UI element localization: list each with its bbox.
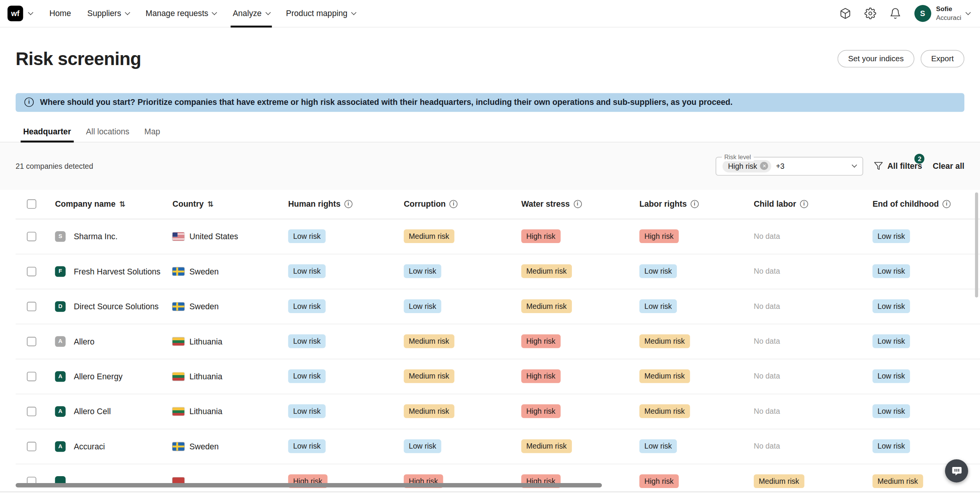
worldfavor-logo[interactable]: wf	[8, 6, 23, 21]
filter-count-badge: 2	[915, 154, 924, 164]
risk-cell: Low risk	[284, 335, 400, 348]
risk-cell: Medium risk	[400, 405, 518, 418]
risk-cell: Medium risk	[518, 439, 636, 453]
all-filters-button[interactable]: All filters 2	[874, 162, 922, 171]
risk-level-select[interactable]: Risk level High risk +3	[715, 157, 863, 176]
info-icon[interactable]	[344, 200, 352, 208]
company-name[interactable]: Sharma Inc.	[74, 232, 118, 241]
nav-item-home[interactable]: Home	[41, 0, 79, 27]
risk-badge: High risk	[521, 369, 560, 383]
company-name[interactable]: Accuraci	[74, 442, 105, 451]
export-button[interactable]: Export	[921, 50, 965, 68]
chat-launcher-button[interactable]	[945, 459, 968, 482]
column-label: Country	[173, 199, 204, 209]
no-data-text: No data	[754, 302, 780, 311]
row-checkbox[interactable]	[27, 442, 36, 451]
row-checkbox[interactable]	[27, 372, 36, 381]
table-row[interactable]: F Fresh Harvest Solutions Sweden Low ris…	[16, 254, 980, 289]
column-end-of-childhood: End of childhood	[869, 199, 972, 209]
company-name[interactable]: Fresh Harvest Solutions	[74, 267, 161, 276]
select-all-checkbox[interactable]	[27, 199, 36, 209]
company-name[interactable]: Allero Energy	[74, 372, 122, 381]
company-name[interactable]: Allero	[74, 337, 95, 346]
info-icon[interactable]	[800, 200, 808, 208]
column-label: Company name	[55, 199, 116, 209]
company-avatar: A	[55, 371, 66, 382]
country-name: Lithuania	[189, 337, 222, 346]
row-checkbox[interactable]	[27, 232, 36, 241]
tab-map[interactable]: Map	[137, 121, 167, 142]
logo-chevron-icon[interactable]	[29, 13, 33, 15]
risk-badge: Low risk	[872, 264, 910, 278]
info-icon[interactable]	[942, 200, 951, 208]
vertical-scrollbar[interactable]	[975, 193, 978, 297]
risk-badge: Low risk	[639, 264, 677, 278]
sort-icon[interactable]	[119, 201, 126, 208]
user-menu[interactable]: S Sofie Accuraci	[914, 5, 970, 22]
user-org: Accuraci	[936, 13, 961, 21]
table-row[interactable]: D Direct Source Solutions Sweden Low ris…	[16, 289, 980, 324]
risk-cell: No data	[750, 267, 869, 276]
risk-cell: Low risk	[869, 439, 972, 453]
clear-all-button[interactable]: Clear all	[933, 162, 965, 171]
column-country[interactable]: Country	[169, 199, 284, 209]
nav-item-product-mapping[interactable]: Product mapping	[278, 0, 364, 27]
info-icon[interactable]	[449, 200, 457, 208]
table-row[interactable]: A Allero Cell Lithuania Low risk Medium …	[16, 394, 980, 429]
nav-item-analyze[interactable]: Analyze	[225, 0, 278, 27]
table-row[interactable]: A Accuraci Sweden Low risk Low risk Medi…	[16, 429, 980, 464]
country-flag-icon	[173, 407, 185, 415]
column-label: Human rights	[288, 199, 341, 209]
row-checkbox[interactable]	[27, 267, 36, 276]
table-row[interactable]: A Allero Energy Lithuania Low risk Mediu…	[16, 359, 980, 394]
table-row[interactable]: S Sharma Inc. United States Low risk Med…	[16, 219, 980, 254]
risk-cell: Low risk	[284, 300, 400, 313]
column-company-name[interactable]: Company name	[50, 199, 169, 209]
row-checkbox[interactable]	[27, 337, 36, 346]
risk-cell: Low risk	[635, 439, 750, 453]
chevron-down-icon	[265, 10, 271, 15]
user-avatar: S	[914, 5, 931, 22]
risk-cell: High risk	[635, 475, 750, 488]
risk-cell: Medium risk	[635, 405, 750, 418]
navbar-right: S Sofie Accuraci	[839, 5, 972, 22]
risk-cell: Low risk	[869, 230, 972, 243]
table-row[interactable]: A Allero Lithuania Low risk Medium risk …	[16, 324, 980, 359]
risk-badge: Low risk	[639, 439, 677, 453]
risk-badge: High risk	[521, 405, 560, 418]
company-avatar: D	[55, 301, 66, 312]
company-avatar: F	[55, 266, 66, 277]
sort-icon[interactable]	[207, 201, 214, 208]
column-child-labor: Child labor	[750, 199, 869, 209]
nav-item-suppliers[interactable]: Suppliers	[79, 0, 137, 27]
row-checkbox[interactable]	[27, 407, 36, 416]
settings-gear-icon[interactable]	[864, 8, 876, 20]
column-label: Labor rights	[639, 199, 687, 209]
row-checkbox[interactable]	[27, 302, 36, 311]
info-icon[interactable]	[573, 200, 581, 208]
tab-headquarter[interactable]: Headquarter	[16, 121, 78, 142]
chevron-down-icon	[351, 10, 356, 15]
risk-cell: Low risk	[869, 369, 972, 383]
horizontal-scrollbar[interactable]	[16, 483, 602, 487]
company-name[interactable]: Direct Source Solutions	[74, 302, 159, 311]
risk-badge: Low risk	[639, 300, 677, 313]
table-body: S Sharma Inc. United States Low risk Med…	[0, 219, 980, 491]
set-your-indices-button[interactable]: Set your indices	[838, 50, 915, 68]
column-water-stress: Water stress	[518, 199, 636, 209]
no-data-text: No data	[754, 407, 780, 416]
chip-close-icon[interactable]	[760, 162, 768, 170]
company-avatar: S	[55, 231, 66, 242]
tab-all-locations[interactable]: All locations	[78, 121, 137, 142]
nav-item-manage-requests[interactable]: Manage requests	[137, 0, 225, 27]
risk-cell: High risk	[518, 369, 636, 383]
country-flag-icon	[173, 232, 185, 240]
risk-badge: Low risk	[872, 230, 910, 243]
info-icon[interactable]	[691, 200, 699, 208]
company-name[interactable]: Allero Cell	[74, 407, 111, 416]
package-icon[interactable]	[839, 8, 851, 20]
risk-badge: Low risk	[872, 405, 910, 418]
risk-cell: Medium risk	[750, 475, 869, 488]
notifications-bell-icon[interactable]	[889, 8, 901, 20]
company-avatar: A	[55, 441, 66, 452]
